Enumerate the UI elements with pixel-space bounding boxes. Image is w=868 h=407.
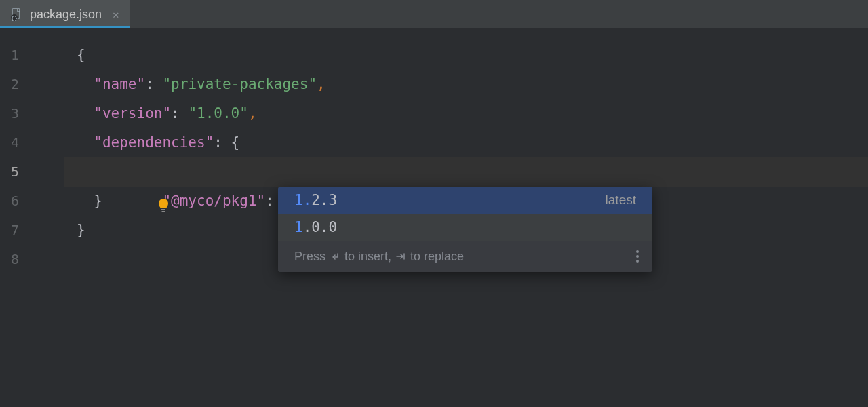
line-number: 3 <box>0 99 64 128</box>
tab-label: package.json <box>30 7 102 22</box>
code-line: { <box>64 41 868 70</box>
code-line: "name": "private-packages", <box>64 70 868 99</box>
autocomplete-popup: 1.2.3 latest 1.0.0 Press to insert, to r… <box>278 187 652 272</box>
autocomplete-item[interactable]: 1.0.0 <box>278 214 652 241</box>
editor-tab-bar: { } package.json ✕ <box>0 0 868 28</box>
lightbulb-icon[interactable] <box>88 166 102 179</box>
gutter: 1 2 3 4 5 6 7 8 <box>0 28 64 407</box>
more-options-icon[interactable] <box>636 250 639 263</box>
completion-match: 1 <box>294 219 303 235</box>
line-number: 7 <box>0 216 64 245</box>
completion-tag: latest <box>606 193 636 208</box>
completion-match: 1. <box>294 192 311 208</box>
svg-text:{ }: { } <box>12 15 17 21</box>
completion-rest: 2.3 <box>311 192 337 208</box>
line-number: 4 <box>0 128 64 157</box>
svg-rect-3 <box>161 209 165 210</box>
svg-rect-4 <box>162 211 165 212</box>
tab-key-icon <box>395 251 406 262</box>
line-number: 5 <box>0 157 64 187</box>
line-number: 2 <box>0 70 64 99</box>
line-number: 6 <box>0 187 64 216</box>
code-line: "dependencies": { <box>64 128 868 157</box>
code-line: "version": "1.0.0", <box>64 99 868 128</box>
close-icon[interactable]: ✕ <box>111 8 121 21</box>
line-number: 8 <box>0 245 64 274</box>
enter-key-icon <box>330 251 340 262</box>
line-number: 1 <box>0 41 64 70</box>
footer-hint: Press to insert, to replace <box>294 250 464 264</box>
completion-rest: .0.0 <box>303 219 338 235</box>
autocomplete-item[interactable]: 1.2.3 latest <box>278 187 652 214</box>
code-line-active: "@myco/pkg1": "1." <box>64 157 868 187</box>
json-file-icon: { } <box>9 7 23 21</box>
autocomplete-footer: Press to insert, to replace <box>278 241 652 272</box>
tab-package-json[interactable]: { } package.json ✕ <box>0 0 130 28</box>
